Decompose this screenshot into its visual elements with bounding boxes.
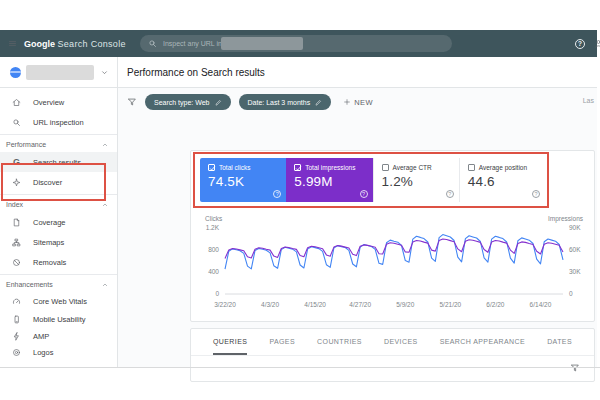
svg-text:400: 400 — [208, 268, 219, 275]
search-results-icon: G — [12, 158, 21, 167]
screen: Google Search Console Inspect any URL in… — [0, 0, 600, 400]
sidebar-item-removals[interactable]: Removals — [0, 252, 117, 272]
sidebar-item-logos[interactable]: Logos — [0, 344, 117, 360]
section-label: Index — [6, 201, 23, 208]
property-icon — [10, 67, 21, 78]
performance-chart-card: Total clicks74.5K?Total impressions5.99M… — [190, 150, 595, 322]
metric-card-total-impressions[interactable]: Total impressions5.99M? — [286, 158, 372, 202]
svg-text:4/27/20: 4/27/20 — [349, 301, 371, 308]
tab-pages[interactable]: PAGES — [269, 329, 295, 355]
tab-dates[interactable]: DATES — [547, 329, 572, 355]
metric-help-icon[interactable]: ? — [446, 190, 454, 198]
sidebar-section-performance[interactable]: Performance — [0, 137, 117, 152]
new-filter-label: NEW — [354, 98, 373, 107]
sidebar-item-mobile-usability[interactable]: Mobile Usability — [0, 310, 117, 328]
sidebar-item-core-web-vitals[interactable]: Core Web Vitals — [0, 292, 117, 310]
brand-google: Google — [24, 39, 55, 49]
metric-label: Average CTR — [393, 164, 432, 171]
sidebar-section-enhancements[interactable]: Enhancements — [0, 277, 117, 292]
sidebar-item-overview[interactable]: Overview — [0, 92, 117, 112]
sidebar-item-label: Overview — [33, 98, 64, 107]
table-filter-icon[interactable] — [570, 363, 580, 373]
metric-value: 74.5K — [200, 171, 286, 189]
sidebar-item-label: Sitemaps — [33, 238, 64, 247]
svg-text:5/21/20: 5/21/20 — [439, 301, 461, 308]
edit-icon — [315, 99, 322, 106]
sidebar-item-sitemaps[interactable]: Sitemaps — [0, 232, 117, 252]
metric-label: Average position — [479, 164, 527, 171]
sidebar-item-search-results[interactable]: GSearch results — [0, 152, 117, 172]
brand-search-console: Search Console — [58, 39, 126, 49]
account-icon[interactable] — [594, 39, 600, 48]
svg-text:4/3/20: 4/3/20 — [261, 301, 279, 308]
svg-text:60K: 60K — [569, 246, 581, 253]
checkbox-checked-icon[interactable] — [208, 164, 215, 171]
search-placeholder: Inspect any URL in — [163, 40, 222, 47]
page-title: Performance on Search results — [127, 67, 265, 78]
logos-icon — [12, 348, 21, 357]
main-content: Performance on Search results Search typ… — [118, 57, 597, 367]
property-selector[interactable] — [0, 57, 117, 88]
checkbox-checked-icon[interactable] — [294, 164, 301, 171]
phone-icon — [12, 315, 21, 324]
collapse-icon — [101, 281, 109, 289]
metric-label: Total impressions — [305, 164, 355, 171]
tab-queries[interactable]: QUERIES — [213, 329, 247, 355]
url-inspect-search-input[interactable]: Inspect any URL in — [140, 35, 452, 52]
filter-row: Search type: WebDate: Last 3 months NEW … — [118, 88, 597, 116]
sidebar-item-discover[interactable]: Discover — [0, 172, 117, 192]
metric-cards: Total clicks74.5K?Total impressions5.99M… — [200, 158, 545, 202]
series-total-impressions — [225, 239, 563, 259]
metric-help-icon[interactable]: ? — [360, 190, 368, 198]
sidebar-item-label: Core Web Vitals — [33, 297, 87, 306]
metric-value: 44.6 — [460, 171, 545, 189]
checkbox-unchecked-icon[interactable] — [468, 164, 475, 171]
filter-funnel-icon[interactable] — [127, 97, 137, 107]
section-label: Enhancements — [6, 281, 53, 288]
metric-card-average-position[interactable]: Average position44.6? — [459, 158, 545, 202]
sidebar: OverviewURL inspectionPerformanceGSearch… — [0, 57, 118, 367]
sidebar-item-label: AMP — [33, 332, 49, 341]
window-bottom-edge — [0, 367, 600, 368]
metric-help-icon[interactable]: ? — [273, 190, 281, 198]
dimensions-card: QUERIESPAGESCOUNTRIESDEVICESSEARCH APPEA… — [190, 328, 595, 382]
bolt-icon — [12, 332, 21, 341]
metric-value: 5.99M — [286, 171, 372, 189]
metric-card-header: Average position — [460, 158, 545, 171]
sidebar-item-label: Mobile Usability — [33, 315, 86, 324]
collapse-icon — [101, 141, 109, 149]
metric-help-icon[interactable]: ? — [532, 190, 540, 198]
svg-text:6/2/20: 6/2/20 — [486, 301, 504, 308]
edit-icon — [215, 99, 222, 106]
svg-text:1.2K: 1.2K — [206, 224, 220, 231]
metric-card-header: Total impressions — [286, 158, 372, 171]
svg-text:3/22/20: 3/22/20 — [214, 301, 236, 308]
sidebar-item-label: Coverage — [33, 218, 66, 227]
metric-card-header: Average CTR — [374, 158, 459, 171]
sitemap-icon — [12, 238, 21, 247]
sidebar-divider — [0, 194, 117, 195]
tab-search-appearance[interactable]: SEARCH APPEARANCE — [440, 329, 525, 355]
menu-icon[interactable] — [8, 39, 17, 48]
sidebar-section-index[interactable]: Index — [0, 197, 117, 212]
tab-devices[interactable]: DEVICES — [384, 329, 418, 355]
metric-value: 1.2% — [374, 171, 459, 189]
sidebar-item-amp[interactable]: AMP — [0, 328, 117, 344]
svg-text:800: 800 — [208, 246, 219, 253]
last-updated-truncated: Las — [583, 97, 594, 104]
sidebar-item-url-inspection[interactable]: URL inspection — [0, 112, 117, 132]
app-window: Google Search Console Inspect any URL in… — [0, 30, 597, 367]
help-icon[interactable]: ? — [575, 39, 585, 49]
chip-label: Search type: Web — [154, 99, 210, 106]
tab-countries[interactable]: COUNTRIES — [317, 329, 362, 355]
filter-chip-search-type[interactable]: Search type: Web — [145, 94, 231, 110]
metric-card-total-clicks[interactable]: Total clicks74.5K? — [200, 158, 286, 202]
metric-card-average-ctr[interactable]: Average CTR1.2%? — [373, 158, 459, 202]
filter-chip-date[interactable]: Date: Last 3 months — [239, 94, 332, 110]
svg-text:6/14/20: 6/14/20 — [530, 301, 552, 308]
sidebar-item-coverage[interactable]: Coverage — [0, 212, 117, 232]
home-icon — [12, 98, 21, 107]
checkbox-unchecked-icon[interactable] — [382, 164, 389, 171]
new-filter-button[interactable]: NEW — [343, 98, 373, 107]
svg-text:0: 0 — [215, 290, 219, 297]
